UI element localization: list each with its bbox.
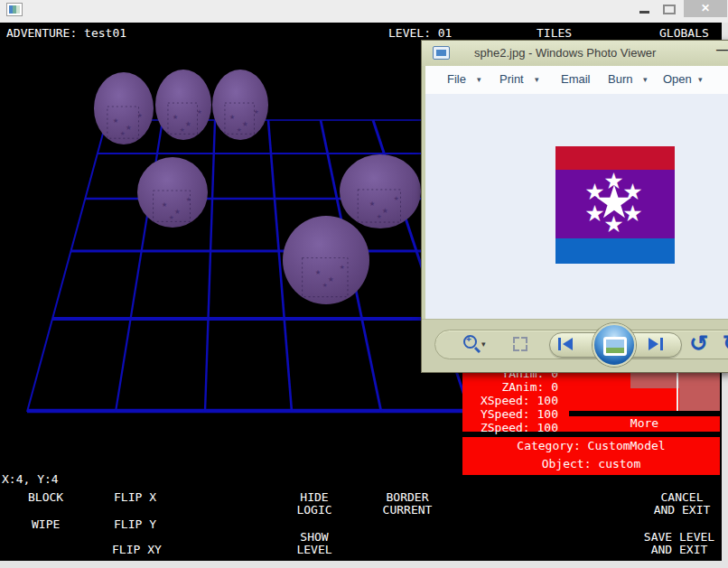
tiles-button[interactable]: TILES <box>537 27 572 40</box>
flip-xy-button[interactable]: FLIP XY <box>112 544 162 556</box>
globals-button[interactable]: GLOBALS <box>659 27 709 40</box>
level-label[interactable]: LEVEL: 01 <box>388 27 452 40</box>
photo-viewer-window: sphe2.jpg - Windows Photo Viewer — File … <box>421 40 728 373</box>
menu-burn[interactable]: Burn <box>608 72 632 86</box>
svg-text:★: ★ <box>254 107 259 116</box>
photo-viewer-titlebar[interactable]: sphe2.jpg - Windows Photo Viewer — <box>422 41 728 66</box>
previous-button[interactable] <box>558 338 573 350</box>
svg-text:★: ★ <box>180 125 185 134</box>
svg-text:★: ★ <box>113 115 118 125</box>
photo-viewer-menubar: File ▾ Print ▾ Email Burn ▾ Open ▾ <box>425 66 728 95</box>
svg-text:★: ★ <box>197 107 202 116</box>
photo-viewer-title: sphe2.jpg - Windows Photo Viewer <box>474 46 656 60</box>
chevron-down-icon[interactable]: ▾ <box>535 75 539 84</box>
border-current-button[interactable]: BORDER CURRENT <box>371 491 443 517</box>
prop-yspeed[interactable]: YSpeed: 100 <box>466 407 558 421</box>
next-button[interactable] <box>649 338 663 350</box>
svg-text:★: ★ <box>162 199 167 209</box>
rotate-ccw-icon[interactable]: ↺ <box>689 332 708 355</box>
star-icon: ★ <box>621 202 644 225</box>
prop-zspeed[interactable]: ZSpeed: 100 <box>466 421 558 434</box>
svg-text:★: ★ <box>137 110 143 119</box>
svg-text:★: ★ <box>340 262 345 271</box>
prop-xspeed[interactable]: XSpeed: 100 <box>466 394 558 407</box>
menu-email[interactable]: Email <box>561 72 591 86</box>
star-icon: ★ <box>583 202 606 225</box>
svg-text:★: ★ <box>186 194 191 203</box>
svg-text:★: ★ <box>315 266 321 276</box>
svg-text:★: ★ <box>120 128 126 137</box>
more-button[interactable]: More <box>569 417 720 430</box>
svg-text:★: ★ <box>229 111 235 121</box>
svg-text:★: ★ <box>322 280 328 289</box>
chevron-down-icon[interactable]: ▾ <box>477 75 481 84</box>
slideshow-button[interactable] <box>593 323 636 367</box>
svg-text:★: ★ <box>185 117 191 129</box>
show-level-button[interactable]: SHOW LEVEL <box>278 531 350 556</box>
photo-viewer-icon <box>433 46 450 60</box>
category-panel: Category: CustomModel Object: custom <box>462 437 720 475</box>
menu-open[interactable]: Open <box>663 72 692 86</box>
hide-logic-button[interactable]: HIDE LOGIC <box>278 491 350 517</box>
rotate-cw-icon[interactable]: ↻ <box>723 332 728 355</box>
menu-file[interactable]: File <box>447 72 466 86</box>
slideshow-image-icon <box>603 337 627 356</box>
object-row[interactable]: Object: custom <box>462 458 720 470</box>
wipe-button[interactable]: WIPE <box>32 518 60 531</box>
svg-text:★: ★ <box>242 117 248 129</box>
svg-text:★: ★ <box>382 204 388 216</box>
flip-y-button[interactable]: FLIP Y <box>114 518 156 531</box>
tile-preview <box>630 372 720 411</box>
prop-zanim[interactable]: ZAnim: 0 <box>466 380 558 394</box>
svg-text:★: ★ <box>328 273 334 284</box>
cancel-exit-button[interactable]: CANCEL AND EXIT <box>646 491 718 517</box>
chevron-down-icon[interactable]: ▾ <box>698 75 703 84</box>
cursor-coords: X:4, Y:4 <box>2 473 59 486</box>
svg-text:★: ★ <box>126 121 132 133</box>
app-window: ✕ ★★★★★★★★★★★★★★★★★★★★★★★★ ADVENTURE: te… <box>0 0 728 568</box>
chevron-down-icon[interactable]: ▾ <box>643 75 648 84</box>
adventure-label: ADVENTURE: test01 <box>6 27 126 40</box>
block-button[interactable]: BLOCK <box>28 491 63 504</box>
svg-text:★: ★ <box>377 211 382 220</box>
zoom-caret-icon[interactable]: ▾ <box>481 340 486 349</box>
photo-viewer-content: ★ ★ ★ ★ ★ ★ ★ <box>425 94 728 319</box>
svg-text:★: ★ <box>369 198 375 208</box>
svg-text:★: ★ <box>394 193 399 202</box>
svg-text:★: ★ <box>173 111 178 121</box>
category-row[interactable]: Category: CustomModel <box>462 440 720 452</box>
menu-print[interactable]: Print <box>499 72 524 86</box>
svg-text:★: ★ <box>237 125 242 134</box>
save-exit-button[interactable]: SAVE LEVEL AND EXIT <box>643 531 715 556</box>
photo-viewer-minimize-button[interactable]: — <box>716 42 728 56</box>
svg-text:★: ★ <box>169 212 174 221</box>
photo-viewer-toolbar: + ▾ ↺ ↻ <box>422 319 728 373</box>
zoom-plus-icon: + <box>466 334 471 344</box>
svg-text:★: ★ <box>174 205 181 217</box>
flip-x-button[interactable]: FLIP X <box>114 491 156 504</box>
photo-sphe2: ★ ★ ★ ★ ★ ★ ★ <box>555 146 675 264</box>
actual-size-icon[interactable] <box>513 337 527 351</box>
